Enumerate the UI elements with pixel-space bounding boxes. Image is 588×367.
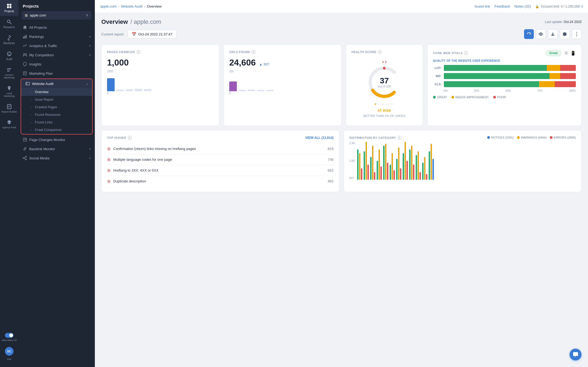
sidebar-item-competitors[interactable]: My Competitors ▾ (18, 50, 95, 60)
nav-projects[interactable]: Projects (0, 0, 18, 16)
mobile-icon[interactable]: 📱 (570, 51, 576, 56)
svg-point-18 (23, 54, 25, 55)
bottom-grid: TOP ISSUES i VIEW ALL (11,614) ⊗ Confirm… (101, 130, 581, 192)
table-row: ⊗ Hreflang to 3XX, 4XX or 5XX 662 (107, 165, 334, 176)
cwv-info[interactable]: i (464, 51, 468, 55)
sub-found-links[interactable]: Found Links (21, 119, 92, 126)
at-risk-label: AT RISK (377, 109, 391, 113)
social-media-icon (23, 156, 27, 160)
svg-point-29 (25, 159, 27, 160)
sidebar-item-website-audit[interactable]: Website Audit ▴ (21, 79, 92, 88)
nav-backlinks[interactable]: Backlinks (0, 32, 18, 48)
nav-agency[interactable]: Agency Pack (0, 116, 18, 132)
sub-crawled-pages[interactable]: Crawled Pages (21, 103, 92, 111)
page-header: Overview / apple.com Last update: Oct-24… (101, 18, 581, 25)
content-area: Overview / apple.com Last update: Oct-24… (95, 13, 588, 367)
sidebar-item-all-projects[interactable]: All Projects (18, 23, 95, 32)
last-update: Last update: Oct-24 2023 (545, 20, 581, 24)
toggle-knob (9, 333, 13, 337)
new-menu-toggle-wrap: New Menu UI (1, 331, 18, 344)
project-selector[interactable]: apple.com ⇅ (22, 11, 92, 19)
issue-error-icon: ⊗ (107, 146, 111, 151)
sidebar-item-insights[interactable]: Insights (18, 60, 95, 69)
website-audit-submenu: Overview Issue Report Crawled Pages Foun… (21, 88, 92, 134)
distribution-chart-wrap: 2.4K 1.8K 607 (349, 142, 576, 180)
home-icon (23, 25, 27, 30)
sidebar-item-backlink-monitor[interactable]: Backlink Monitor ▾ (18, 144, 95, 153)
sidebar-item-rankings[interactable]: Rankings ▾ (18, 32, 95, 41)
urls-found-chart (229, 75, 336, 91)
svg-rect-7 (7, 70, 10, 70)
svg-rect-11 (8, 107, 10, 107)
svg-rect-0 (7, 4, 9, 6)
nav-research[interactable]: Research (0, 16, 18, 32)
sidebar: Projects apple.com ⇅ All Projects Rankin… (18, 0, 95, 367)
svg-rect-20 (23, 72, 27, 75)
refresh-btn[interactable] (524, 29, 534, 39)
nav-audit[interactable]: Audit (0, 48, 18, 64)
rankings-icon (23, 34, 27, 39)
gear-icon (563, 32, 567, 36)
distribution-info[interactable]: i (398, 136, 402, 140)
better-than-label: BETTER THAN 2% OF USERS (363, 114, 405, 117)
sidebar-item-marketing-plan[interactable]: Marketing Plan (18, 69, 95, 78)
view-all-issues[interactable]: VIEW ALL (11,614) (305, 136, 334, 140)
sidebar-item-analytics[interactable]: Analytics & Traffic ▾ (18, 41, 95, 50)
notes-btn[interactable]: Notes (32) (514, 4, 531, 8)
rankings-chevron: ▾ (89, 35, 91, 38)
stats-grid: PAGES CRAWLED i 1,000 1200 0 (101, 44, 581, 126)
insights-icon (23, 62, 27, 66)
core-web-vitals-card: CORE WEB VITALS i Great 🖥 📱 QUALITY OF T… (427, 44, 581, 126)
svg-point-14 (10, 359, 11, 360)
sub-issue-report[interactable]: Issue Report (21, 96, 92, 103)
top-issues-info[interactable]: i (128, 136, 132, 140)
eye-btn[interactable] (536, 29, 546, 39)
new-menu-toggle[interactable] (5, 333, 14, 338)
urls-found-info[interactable]: i (252, 50, 256, 54)
sub-overview[interactable]: Overview (21, 88, 92, 96)
svg-line-31 (24, 158, 25, 159)
sidebar-item-page-changes[interactable]: Page Changes Monitor (18, 135, 95, 144)
avatar: DC (5, 347, 14, 356)
settings-btn[interactable] (560, 29, 570, 39)
topbar: apple.com › Website Audit › Overview Gue… (95, 0, 588, 13)
website-audit-chevron: ▴ (86, 82, 88, 85)
more-btn[interactable]: ⋮ (572, 29, 581, 39)
user-avatar-nav[interactable]: DC (1, 344, 18, 364)
svg-rect-3 (9, 6, 11, 8)
nav-local[interactable]: Local Marketing (0, 82, 18, 101)
sub-crawl-comparison[interactable]: Crawl Comparison (21, 126, 92, 134)
inp-row: INP: (433, 73, 576, 79)
table-row: ⊗ Confirmation (return) links missing on… (107, 143, 334, 154)
sub-found-resources[interactable]: Found Resources (21, 111, 92, 119)
report-date-selector[interactable]: 📅 Oct-24 2023 21:37:47 (128, 30, 177, 38)
chat-bubble-btn[interactable] (570, 349, 581, 361)
limit-icon: 🔒 (535, 5, 539, 8)
analytics-icon (23, 44, 27, 48)
export-btn[interactable] (548, 29, 558, 39)
page-title: Overview / apple.com (101, 18, 161, 25)
pages-crawled-value: 1,000 (107, 58, 214, 68)
pages-crawled-info[interactable]: i (137, 50, 140, 54)
sidebar-item-social-media[interactable]: Social Media ▾ (18, 153, 95, 163)
nav-content[interactable]: Content Marketing (0, 64, 18, 82)
export-icon (551, 32, 555, 36)
breadcrumb-section[interactable]: Website Audit (121, 4, 142, 8)
svg-rect-8 (7, 71, 10, 71)
guest-link-btn[interactable]: Guest link (474, 4, 490, 8)
nav-report[interactable]: Report Builder (0, 101, 18, 116)
cwv-badge: Great (546, 50, 561, 56)
feedback-btn[interactable]: Feedback (495, 4, 510, 8)
notices-dot (487, 136, 490, 139)
desktop-icon[interactable]: 🖥 (564, 51, 568, 56)
cls-row: CLS: (433, 81, 576, 87)
health-score-info[interactable]: i (378, 50, 382, 54)
breadcrumb-root[interactable]: apple.com (100, 4, 117, 8)
svg-point-28 (23, 158, 24, 159)
topbar-right: Guest link Feedback Notes (32) 🔒 Account… (474, 4, 583, 8)
breadcrumb-current: Overview (147, 4, 161, 8)
main-area: apple.com › Website Audit › Overview Gue… (95, 0, 588, 367)
project-arrows-icon: ⇅ (86, 14, 88, 17)
great-dot (433, 96, 436, 99)
issue-error-icon: ⊗ (107, 179, 111, 184)
